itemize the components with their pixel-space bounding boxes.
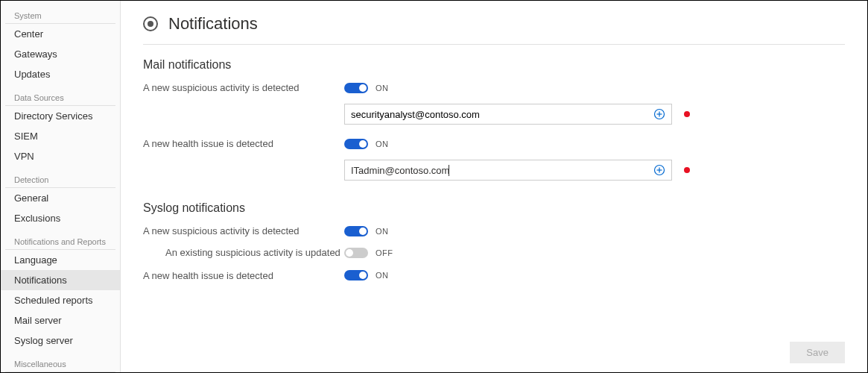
- syslog-health-toggle[interactable]: [344, 270, 368, 280]
- mail-section-title: Mail notifications: [143, 58, 845, 72]
- sidebar-item-mail-server[interactable]: Mail server: [1, 310, 120, 330]
- syslog-notifications-section: Syslog notifications A new suspicious ac…: [143, 201, 845, 281]
- sidebar-header-detection: Detection: [5, 171, 115, 188]
- sidebar: System Center Gateways Updates Data Sour…: [1, 1, 120, 372]
- mail-suspicious-state: ON: [376, 84, 389, 93]
- mail-health-label: A new health issue is detected: [143, 138, 344, 149]
- sidebar-item-notifications[interactable]: Notifications: [1, 270, 120, 290]
- syslog-health-label: A new health issue is detected: [143, 270, 344, 281]
- validation-dot-icon: [684, 111, 690, 117]
- validation-dot-icon: [684, 167, 690, 173]
- mail-suspicious-label: A new suspicious activity is detected: [143, 82, 344, 93]
- sidebar-item-gateways[interactable]: Gateways: [1, 44, 120, 64]
- syslog-updated-label: An existing suspicious activity is updat…: [143, 247, 344, 260]
- mail-health-toggle[interactable]: [344, 139, 368, 149]
- syslog-section-title: Syslog notifications: [143, 201, 845, 215]
- syslog-updated-state: OFF: [376, 248, 393, 257]
- target-icon: [143, 16, 158, 31]
- syslog-updated-toggle[interactable]: [344, 248, 368, 258]
- sidebar-item-general[interactable]: General: [1, 188, 120, 208]
- mail-notifications-section: Mail notifications A new suspicious acti…: [143, 58, 845, 181]
- main-content: Notifications Mail notifications A new s…: [120, 1, 867, 372]
- sidebar-item-updates[interactable]: Updates: [1, 64, 120, 84]
- sidebar-item-center[interactable]: Center: [1, 24, 120, 44]
- syslog-health-state: ON: [376, 271, 389, 280]
- sidebar-item-scheduled-reports[interactable]: Scheduled reports: [1, 290, 120, 310]
- sidebar-header-miscellaneous: Miscellaneous: [5, 355, 115, 372]
- sidebar-item-vpn[interactable]: VPN: [1, 146, 120, 166]
- mail-suspicious-toggle[interactable]: [344, 83, 368, 93]
- sidebar-item-directory-services[interactable]: Directory Services: [1, 106, 120, 126]
- mail-health-email-wrap: ITadmin@contoso.com: [344, 160, 672, 181]
- sidebar-header-notifications-reports: Notifications and Reports: [5, 233, 115, 250]
- mail-suspicious-email-wrap: [344, 104, 672, 125]
- sidebar-item-language[interactable]: Language: [1, 250, 120, 270]
- sidebar-item-siem[interactable]: SIEM: [1, 126, 120, 146]
- add-email-icon[interactable]: [653, 108, 665, 120]
- mail-suspicious-email-input[interactable]: [351, 109, 653, 120]
- save-button[interactable]: Save: [790, 342, 845, 363]
- mail-health-email-text[interactable]: ITadmin@contoso.com: [351, 165, 653, 176]
- mail-health-state: ON: [376, 140, 389, 148]
- sidebar-header-system: System: [5, 7, 115, 24]
- sidebar-header-data-sources: Data Sources: [5, 89, 115, 106]
- add-email-icon[interactable]: [653, 164, 665, 176]
- syslog-suspicious-state: ON: [376, 227, 389, 236]
- sidebar-item-exclusions[interactable]: Exclusions: [1, 208, 120, 228]
- sidebar-item-syslog-server[interactable]: Syslog server: [1, 330, 120, 351]
- page-title: Notifications: [168, 14, 258, 34]
- syslog-suspicious-toggle[interactable]: [344, 226, 368, 236]
- syslog-suspicious-label: A new suspicious activity is detected: [143, 225, 344, 236]
